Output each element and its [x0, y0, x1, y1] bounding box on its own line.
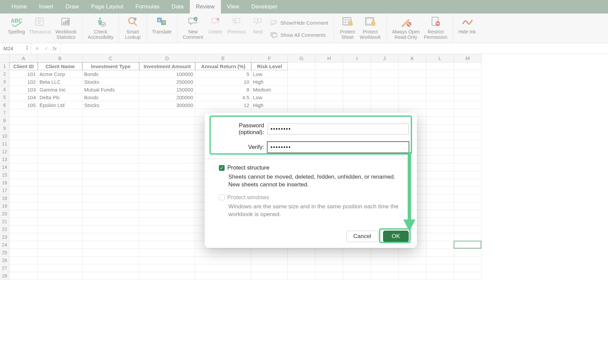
cell[interactable] — [139, 187, 195, 194]
cell[interactable] — [82, 148, 139, 156]
cell[interactable] — [288, 94, 315, 101]
cell[interactable] — [426, 187, 454, 194]
row-header[interactable]: 12 — [0, 148, 9, 156]
cell[interactable] — [82, 117, 139, 125]
cell[interactable] — [454, 132, 482, 140]
row-header[interactable]: 7 — [0, 109, 9, 117]
cell[interactable] — [399, 70, 426, 78]
cell[interactable]: Low — [251, 94, 288, 101]
cell[interactable] — [9, 202, 38, 210]
cell[interactable] — [426, 148, 454, 156]
cell[interactable] — [38, 202, 82, 210]
cell[interactable] — [139, 226, 195, 233]
smart-lookup-button[interactable]: i Smart Lookup — [123, 15, 143, 41]
cell[interactable] — [399, 272, 426, 280]
cell[interactable] — [315, 257, 343, 264]
cell[interactable] — [399, 94, 426, 101]
cell[interactable] — [426, 171, 454, 179]
cell[interactable]: Delta Plc — [38, 94, 82, 101]
cell[interactable] — [82, 233, 139, 241]
cell[interactable] — [38, 179, 82, 187]
cell[interactable] — [139, 140, 195, 148]
password-input[interactable] — [268, 124, 409, 134]
cell[interactable] — [38, 241, 82, 249]
cell[interactable] — [139, 249, 195, 257]
cell[interactable] — [426, 86, 454, 94]
column-header[interactable]: D — [139, 54, 195, 62]
row-header[interactable]: 18 — [0, 194, 9, 202]
check-accessibility-button[interactable]: Check Accessibility — [86, 15, 116, 41]
cell[interactable] — [426, 210, 454, 218]
cell[interactable] — [399, 249, 426, 257]
cell[interactable] — [82, 132, 139, 140]
cell[interactable] — [82, 218, 139, 226]
cell[interactable] — [343, 264, 371, 272]
column-header[interactable]: F — [251, 54, 288, 62]
cell[interactable]: 104 — [9, 94, 38, 101]
cell[interactable] — [315, 78, 343, 86]
spelling-button[interactable]: ABC Spelling — [6, 15, 27, 35]
cell[interactable] — [315, 94, 343, 101]
row-header[interactable]: 17 — [0, 187, 9, 194]
cell[interactable] — [139, 218, 195, 226]
column-header[interactable]: C — [82, 54, 139, 62]
column-header[interactable]: H — [315, 54, 343, 62]
cell[interactable] — [82, 179, 139, 187]
cell[interactable] — [9, 125, 38, 132]
column-header[interactable]: A — [9, 54, 38, 62]
cell[interactable] — [139, 171, 195, 179]
row-header[interactable]: 26 — [0, 257, 9, 264]
cell[interactable]: Epsilon Ltd — [38, 101, 82, 109]
cell[interactable] — [426, 264, 454, 272]
cell[interactable] — [38, 194, 82, 202]
cell[interactable] — [9, 179, 38, 187]
cell[interactable]: 150000 — [139, 86, 195, 94]
cell[interactable] — [371, 94, 399, 101]
cell[interactable] — [38, 187, 82, 194]
cell[interactable]: High — [251, 78, 288, 86]
cell[interactable] — [454, 226, 482, 233]
cell[interactable] — [426, 163, 454, 171]
cell[interactable] — [139, 233, 195, 241]
cell[interactable] — [426, 94, 454, 101]
cell[interactable] — [9, 117, 38, 125]
cell[interactable] — [82, 171, 139, 179]
cell[interactable] — [9, 156, 38, 163]
column-header[interactable]: G — [288, 54, 315, 62]
cell[interactable] — [399, 257, 426, 264]
column-header[interactable]: L — [426, 54, 454, 62]
cell[interactable]: 200000 — [139, 94, 195, 101]
cell[interactable] — [38, 125, 82, 132]
cell[interactable] — [426, 233, 454, 241]
cell[interactable] — [195, 264, 251, 272]
ok-button[interactable]: OK — [383, 231, 409, 242]
cell[interactable] — [426, 125, 454, 132]
cell[interactable] — [82, 194, 139, 202]
cell[interactable]: Annual Return (%) — [195, 62, 251, 70]
row-header[interactable]: 22 — [0, 226, 9, 233]
cell[interactable] — [139, 241, 195, 249]
column-header[interactable]: K — [399, 54, 426, 62]
cell[interactable] — [426, 62, 454, 70]
cell[interactable] — [343, 86, 371, 94]
cell[interactable] — [343, 249, 371, 257]
cell[interactable] — [426, 70, 454, 78]
cell[interactable] — [9, 187, 38, 194]
cell[interactable] — [454, 86, 482, 94]
cell[interactable] — [343, 257, 371, 264]
cell[interactable] — [139, 257, 195, 264]
cell[interactable] — [9, 163, 38, 171]
delete-comment-button[interactable]: Delete — [205, 15, 226, 35]
cell[interactable] — [38, 117, 82, 125]
cell[interactable] — [288, 272, 315, 280]
cell[interactable] — [454, 179, 482, 187]
cell[interactable] — [454, 78, 482, 86]
cell[interactable] — [426, 156, 454, 163]
cell[interactable] — [38, 148, 82, 156]
cell[interactable] — [426, 117, 454, 125]
row-header[interactable]: 5 — [0, 94, 9, 101]
cell[interactable] — [288, 78, 315, 86]
cell[interactable] — [82, 187, 139, 194]
cell[interactable] — [9, 132, 38, 140]
cell[interactable]: Medium — [251, 86, 288, 94]
